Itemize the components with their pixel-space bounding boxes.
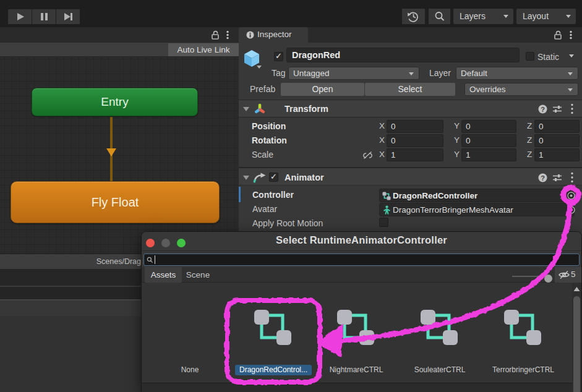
svg-text:?: ? — [541, 106, 545, 113]
svg-text:?: ? — [541, 174, 545, 182]
